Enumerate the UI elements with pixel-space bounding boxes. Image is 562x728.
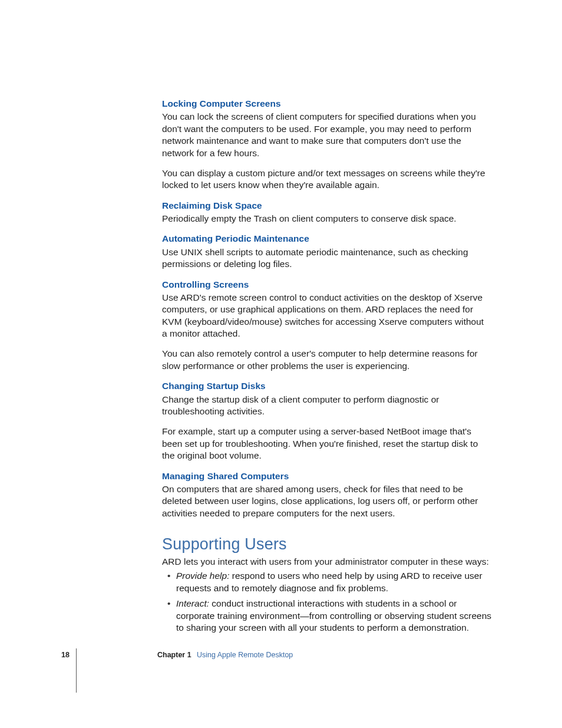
subheading: Managing Shared Computers (162, 470, 491, 482)
section-changing-startup-disks: Changing Startup Disks Change the startu… (162, 380, 491, 462)
section-reclaiming-disk-space: Reclaiming Disk Space Periodically empty… (162, 200, 491, 225)
body-paragraph: You can display a custom picture and/or … (162, 167, 491, 192)
subheading: Automating Periodic Maintenance (162, 233, 491, 245)
subheading: Locking Computer Screens (162, 98, 491, 110)
subheading: Controlling Screens (162, 279, 491, 291)
subheading: Changing Startup Disks (162, 380, 491, 392)
section-managing-shared-computers: Managing Shared Computers On computers t… (162, 470, 491, 520)
body-paragraph: For example, start up a computer using a… (162, 426, 491, 462)
section-title-supporting-users: Supporting Users (162, 536, 491, 554)
body-paragraph: Use UNIX shell scripts to automate perio… (162, 246, 491, 271)
body-paragraph: Change the startup disk of a client comp… (162, 394, 491, 418)
page-footer: 18 Chapter 1 Using Apple Remote Desktop (61, 651, 491, 661)
body-paragraph: You can also remotely control a user's c… (162, 348, 491, 372)
document-page: Locking Computer Screens You can lock th… (0, 0, 562, 728)
bullet-term: Provide help: (176, 571, 229, 581)
section-controlling-screens: Controlling Screens Use ARD's remote scr… (162, 279, 491, 373)
page-number: 18 (61, 651, 70, 659)
section-locking-computer-screens: Locking Computer Screens You can lock th… (162, 98, 491, 192)
bullet-term: Interact: (176, 598, 209, 608)
body-paragraph: Use ARD's remote screen control to condu… (162, 292, 491, 340)
section-automating-periodic-maintenance: Automating Periodic Maintenance Use UNIX… (162, 233, 491, 270)
body-paragraph: On computers that are shared among users… (162, 483, 491, 519)
bullet-list: Provide help: respond to users who need … (162, 570, 491, 634)
chapter-title: Using Apple Remote Desktop (197, 651, 293, 659)
list-item: Provide help: respond to users who need … (169, 570, 491, 594)
bullet-text: conduct instructional interactions with … (176, 598, 491, 633)
footer-divider (76, 648, 77, 693)
body-paragraph: ARD lets you interact with users from yo… (162, 556, 491, 568)
subheading: Reclaiming Disk Space (162, 200, 491, 212)
body-paragraph: You can lock the screens of client compu… (162, 111, 491, 159)
chapter-label: Chapter 1 (157, 651, 191, 659)
list-item: Interact: conduct instructional interact… (169, 598, 491, 634)
body-paragraph: Periodically empty the Trash on client c… (162, 213, 491, 225)
